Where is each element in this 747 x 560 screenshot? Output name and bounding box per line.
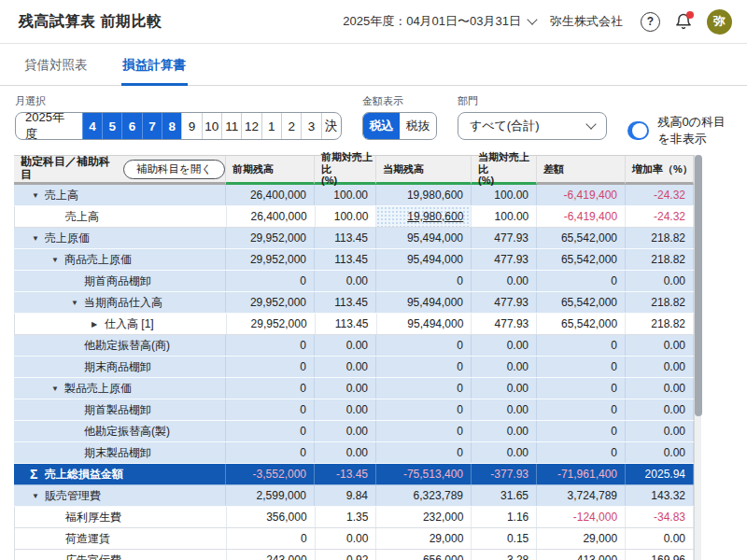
value-cell: 218.82 bbox=[626, 314, 694, 334]
table-row[interactable]: 期首製品棚卸00.0000.0000.00 bbox=[14, 399, 694, 421]
department-dropdown[interactable]: すべて(合計) bbox=[458, 112, 607, 140]
account-name: 仕入高 [1] bbox=[105, 316, 154, 332]
value-cell: 0.00 bbox=[626, 442, 694, 463]
value-cell: 218.82 bbox=[626, 249, 694, 270]
table-row[interactable]: 期末商品棚卸00.0000.0000.00 bbox=[14, 357, 694, 378]
value-cell: 477.93 bbox=[472, 228, 537, 248]
value-cell: 65,542,000 bbox=[537, 314, 626, 334]
table-row[interactable]: Σ売上総損益金額-3,552,000-13.45-75,513,400-377.… bbox=[14, 464, 694, 485]
table-row[interactable]: ▼売上原価29,952,000113.4595,494,000477.9365,… bbox=[14, 228, 694, 249]
tab-income-statement[interactable]: 損益計算書 bbox=[121, 46, 189, 86]
account-name-cell[interactable]: ▼売上高 bbox=[14, 185, 226, 205]
tax-included-button[interactable]: 税込 bbox=[363, 113, 400, 139]
tab-balance-sheet[interactable]: 貸借対照表 bbox=[22, 46, 90, 86]
account-name: 製品売上原価 bbox=[64, 381, 132, 397]
account-name-cell[interactable]: 期末製品棚卸 bbox=[14, 442, 226, 463]
account-name-cell[interactable]: 期末商品棚卸 bbox=[14, 357, 226, 377]
account-name-cell[interactable]: 売上高 bbox=[15, 206, 227, 227]
value-cell: 218.82 bbox=[626, 228, 694, 248]
account-name-cell[interactable]: 期首製品棚卸 bbox=[14, 399, 226, 420]
tree-expanded-icon[interactable]: ▼ bbox=[32, 191, 45, 200]
tree-expanded-icon[interactable]: ▼ bbox=[71, 299, 84, 307]
column-header-4: 差額 bbox=[537, 156, 626, 185]
help-icon[interactable]: ? bbox=[641, 12, 660, 32]
month-cell-4[interactable]: 4 bbox=[82, 113, 102, 139]
tree-expanded-icon[interactable]: ▼ bbox=[51, 256, 64, 264]
table-row[interactable]: 期首商品棚卸00.0000.0000.00 bbox=[14, 271, 694, 292]
value-cell: 413,000 bbox=[537, 550, 626, 560]
tree-collapsed-icon[interactable]: ▶ bbox=[92, 320, 105, 329]
zero-balance-toggle[interactable] bbox=[627, 121, 650, 140]
table-row[interactable]: 広告宣伝費243,0000.92656,0003.28413,000169.96 bbox=[14, 550, 694, 560]
account-name-cell[interactable]: 他勘定振替高(製) bbox=[14, 421, 226, 441]
table-row[interactable]: ▼商品売上原価29,952,000113.4595,494,000477.936… bbox=[14, 249, 694, 271]
value-cell: -24.32 bbox=[626, 185, 694, 205]
department-label: 部門 bbox=[458, 94, 607, 108]
table-row[interactable]: ▼販売管理費2,599,0009.846,323,78931.653,724,7… bbox=[14, 485, 694, 507]
account-name-cell[interactable]: 荷造運賃 bbox=[15, 528, 227, 549]
value-cell: 243,000 bbox=[227, 550, 316, 560]
month-cell-5[interactable]: 5 bbox=[102, 113, 121, 139]
month-cell-12[interactable]: 12 bbox=[241, 113, 261, 139]
value-cell: 0 bbox=[537, 442, 626, 463]
value-cell: 477.93 bbox=[472, 249, 537, 270]
toggle-knob bbox=[632, 123, 647, 138]
value-cell: 0.00 bbox=[626, 335, 694, 356]
month-cell-3[interactable]: 3 bbox=[301, 113, 320, 139]
value-cell: 0 bbox=[226, 378, 315, 399]
value-cell: 0.00 bbox=[315, 378, 376, 399]
account-name-cell[interactable]: 他勘定振替高(商) bbox=[14, 335, 226, 356]
account-name-cell[interactable]: ▼商品売上原価 bbox=[14, 249, 226, 270]
zero-balance-toggle-group: 残高0の科目を非表示 bbox=[627, 114, 732, 147]
month-cell-6[interactable]: 6 bbox=[121, 113, 141, 139]
tree-expanded-icon[interactable]: ▼ bbox=[32, 492, 45, 500]
vertical-scrollbar[interactable] bbox=[694, 155, 701, 560]
table-row[interactable]: 他勘定振替高(商)00.0000.0000.00 bbox=[14, 335, 694, 357]
scrollbar-thumb[interactable] bbox=[695, 155, 702, 416]
column-header-5: 増加率（%） bbox=[626, 156, 694, 185]
table-row[interactable]: 売上高26,400,000100.0019,980,600100.00-6,41… bbox=[14, 206, 694, 228]
open-sub-accounts-button[interactable]: 補助科目を開く bbox=[123, 160, 225, 179]
account-name-cell[interactable]: ▶仕入高 [1] bbox=[15, 314, 227, 334]
fiscal-period-label: 2025年度：04月01日〜03月31日 bbox=[343, 13, 521, 30]
month-cell-7[interactable]: 7 bbox=[142, 113, 162, 139]
value-cell: 0.00 bbox=[315, 442, 376, 463]
fiscal-period-selector[interactable]: 2025年度：04月01日〜03月31日 bbox=[343, 13, 536, 30]
table-row[interactable]: ▼製品売上原価00.0000.0000.00 bbox=[14, 378, 694, 399]
tax-excluded-button[interactable]: 税抜 bbox=[400, 113, 436, 139]
table-body: ▼売上高26,400,000100.0019,980,600100.00-6,4… bbox=[14, 185, 694, 560]
account-name-cell[interactable]: ▼売上原価 bbox=[14, 228, 226, 248]
month-cell-8[interactable]: 8 bbox=[162, 113, 181, 139]
table-row[interactable]: 他勘定振替高(製)00.0000.0000.00 bbox=[14, 421, 694, 442]
month-cell-11[interactable]: 11 bbox=[221, 113, 241, 139]
tree-expanded-icon[interactable]: ▼ bbox=[51, 385, 64, 393]
year-segment[interactable]: 2025年度 bbox=[16, 113, 82, 139]
account-name-cell[interactable]: ▼当期商品仕入高 bbox=[14, 292, 226, 313]
month-cell-決[interactable]: 決 bbox=[321, 113, 341, 139]
notification-bell-icon[interactable] bbox=[674, 12, 693, 31]
value-cell[interactable]: 19,980,600 bbox=[376, 206, 472, 227]
column-header-1: 前期対売上比(%) bbox=[315, 156, 376, 185]
value-cell: 0.00 bbox=[315, 335, 376, 356]
account-name: 商品売上原価 bbox=[64, 252, 132, 268]
table-row[interactable]: 期末製品棚卸00.0000.0000.00 bbox=[14, 442, 694, 464]
value-cell: 0.00 bbox=[316, 528, 377, 549]
month-cell-1[interactable]: 1 bbox=[261, 113, 281, 139]
table-row[interactable]: 荷造運賃00.0029,0000.1529,0000.00 bbox=[14, 528, 694, 550]
month-cell-10[interactable]: 10 bbox=[202, 113, 221, 139]
table-row[interactable]: 福利厚生費356,0001.35232,0001.16-124,000-34.8… bbox=[14, 507, 694, 528]
value-cell: 0.00 bbox=[315, 357, 376, 377]
account-name-cell[interactable]: ▼販売管理費 bbox=[14, 485, 226, 506]
avatar[interactable]: 弥 bbox=[707, 9, 732, 35]
table-row[interactable]: ▼当期商品仕入高29,952,000113.4595,494,000477.93… bbox=[14, 292, 694, 314]
account-name-cell[interactable]: Σ売上総損益金額 bbox=[14, 464, 226, 484]
account-name-cell[interactable]: 期首商品棚卸 bbox=[14, 271, 226, 291]
month-cell-9[interactable]: 9 bbox=[181, 113, 201, 139]
account-name-cell[interactable]: 広告宣伝費 bbox=[15, 550, 227, 560]
tree-expanded-icon[interactable]: ▼ bbox=[32, 234, 45, 243]
table-row[interactable]: ▶仕入高 [1]29,952,000113.4595,494,000477.93… bbox=[14, 314, 694, 335]
month-cell-2[interactable]: 2 bbox=[281, 113, 301, 139]
account-name-cell[interactable]: ▼製品売上原価 bbox=[14, 378, 226, 399]
table-row[interactable]: ▼売上高26,400,000100.0019,980,600100.00-6,4… bbox=[14, 185, 694, 206]
account-name-cell[interactable]: 福利厚生費 bbox=[15, 507, 227, 527]
